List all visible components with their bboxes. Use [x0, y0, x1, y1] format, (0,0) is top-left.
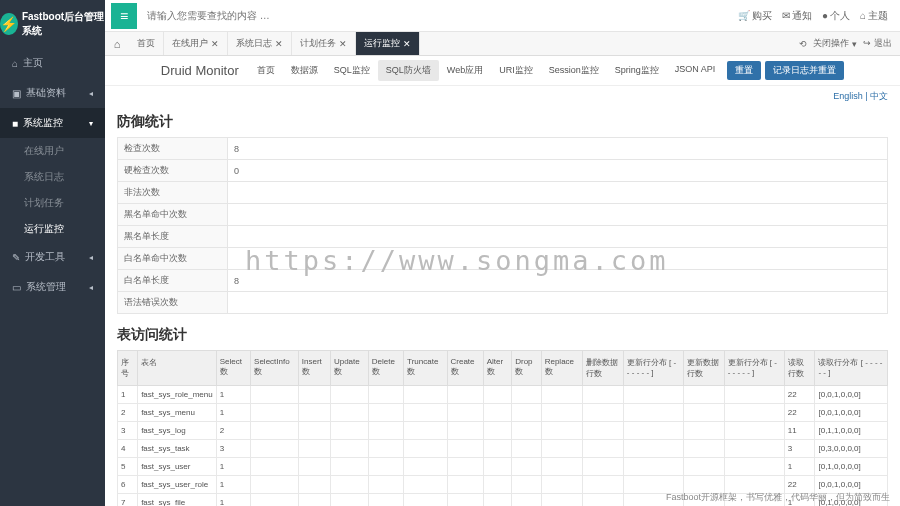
table-row: 5fast_sys_user11[0,1,0,0,0,0] — [118, 458, 888, 476]
cell — [483, 440, 512, 458]
lang-cn-link[interactable]: 中文 — [870, 91, 888, 101]
defense-key: 黑名单长度 — [118, 226, 228, 248]
druid-link-Web应用[interactable]: Web应用 — [439, 60, 491, 81]
search-input[interactable] — [143, 6, 738, 25]
sidebar-item-系统监控[interactable]: ■系统监控▾ — [0, 108, 105, 138]
cell — [512, 386, 541, 404]
druid-link-Spring监控[interactable]: Spring监控 — [607, 60, 667, 81]
cell — [623, 404, 683, 422]
cell — [368, 404, 403, 422]
cell — [330, 458, 368, 476]
col-header[interactable]: Delete数 — [368, 351, 403, 386]
defense-val — [228, 292, 888, 314]
defense-row: 硬检查次数0 — [118, 160, 888, 182]
cell: fast_sys_user_role — [138, 476, 217, 494]
col-header[interactable]: Create数 — [447, 351, 483, 386]
col-header[interactable]: 读取行分布 [ - - - - - - ] — [815, 351, 888, 386]
col-header[interactable]: Replace数 — [541, 351, 582, 386]
exit-link[interactable]: ↪ 退出 — [863, 37, 892, 50]
sidebar-item-系统管理[interactable]: ▭系统管理◂ — [0, 272, 105, 302]
sidebar-item-主页[interactable]: ⌂主页 — [0, 48, 105, 78]
sidebar-sub-计划任务[interactable]: 计划任务 — [0, 190, 105, 216]
cell: fast_sys_role_menu — [138, 386, 217, 404]
cell — [541, 386, 582, 404]
cell — [404, 386, 447, 404]
cell — [683, 404, 724, 422]
cell: 1 — [784, 458, 815, 476]
sidebar-item-开发工具[interactable]: ✎开发工具◂ — [0, 242, 105, 272]
tab-首页[interactable]: 首页 — [129, 32, 164, 55]
table-row: 4fast_sys_task33[0,3,0,0,0,0] — [118, 440, 888, 458]
log-reset-button[interactable]: 记录日志并重置 — [765, 61, 844, 80]
menu-toggle-button[interactable]: ≡ — [111, 3, 137, 29]
col-header[interactable]: SelectInfo数 — [251, 351, 299, 386]
cell — [251, 422, 299, 440]
access-table: 序号表名Select数SelectInfo数Insert数Update数Dele… — [117, 350, 888, 506]
close-icon[interactable]: ✕ — [211, 39, 219, 49]
col-header[interactable]: Update数 — [330, 351, 368, 386]
col-header[interactable]: 读取行数 — [784, 351, 815, 386]
druid-link-数据源[interactable]: 数据源 — [283, 60, 326, 81]
close-ops-dropdown[interactable]: 关闭操作▾ — [813, 37, 857, 50]
col-header[interactable]: Alter数 — [483, 351, 512, 386]
druid-link-SQL监控[interactable]: SQL监控 — [326, 60, 378, 81]
cell: 6 — [118, 476, 138, 494]
cell — [512, 440, 541, 458]
defense-table: 检查次数8硬检查次数0非法次数黑名单命中次数黑名单长度白名单命中次数白名单长度8… — [117, 137, 888, 314]
cell — [541, 404, 582, 422]
cell — [447, 494, 483, 507]
table-row: 1fast_sys_role_menu122[0,0,1,0,0,0] — [118, 386, 888, 404]
cell: [0,0,1,0,0,0] — [815, 386, 888, 404]
sidebar-sub-运行监控[interactable]: 运行监控 — [0, 216, 105, 242]
col-header[interactable]: 删除数据行数 — [583, 351, 624, 386]
tab-运行监控[interactable]: 运行监控✕ — [356, 32, 420, 55]
cell — [447, 422, 483, 440]
tab-计划任务[interactable]: 计划任务✕ — [292, 32, 356, 55]
user-link[interactable]: ● 个人 — [822, 9, 850, 23]
col-header[interactable]: Truncate数 — [404, 351, 447, 386]
defense-row: 黑名单长度 — [118, 226, 888, 248]
druid-link-首页[interactable]: 首页 — [249, 60, 283, 81]
refresh-icon[interactable]: ⟲ — [799, 39, 807, 49]
col-header[interactable]: Drop数 — [512, 351, 541, 386]
cell — [583, 386, 624, 404]
druid-link-SQL防火墙[interactable]: SQL防火墙 — [378, 60, 439, 81]
buy-link[interactable]: 🛒 购买 — [738, 9, 772, 23]
sidebar-sub-系统日志[interactable]: 系统日志 — [0, 164, 105, 190]
sidebar-sub-在线用户[interactable]: 在线用户 — [0, 138, 105, 164]
cell — [251, 440, 299, 458]
cell — [447, 458, 483, 476]
notify-link[interactable]: ✉ 通知 — [782, 9, 812, 23]
close-icon[interactable]: ✕ — [339, 39, 347, 49]
table-access-title: 表访问统计 — [117, 326, 888, 344]
defense-title: 防御统计 — [117, 113, 888, 131]
table-row: 3fast_sys_log211[0,1,1,0,0,0] — [118, 422, 888, 440]
sidebar-item-基础资料[interactable]: ▣基础资料◂ — [0, 78, 105, 108]
theme-link[interactable]: ⌂ 主题 — [860, 9, 888, 23]
col-header[interactable]: 更新行分布 [ - - - - - - ] — [623, 351, 683, 386]
tab-home-icon[interactable]: ⌂ — [105, 38, 129, 50]
druid-link-Session监控[interactable]: Session监控 — [541, 60, 607, 81]
col-header[interactable]: 表名 — [138, 351, 217, 386]
druid-link-JSON API[interactable]: JSON API — [667, 60, 724, 81]
cell — [483, 494, 512, 507]
col-header[interactable]: 序号 — [118, 351, 138, 386]
tab-在线用户[interactable]: 在线用户✕ — [164, 32, 228, 55]
cell: 7 — [118, 494, 138, 507]
close-icon[interactable]: ✕ — [275, 39, 283, 49]
col-header[interactable]: 更新数据行数 — [683, 351, 724, 386]
cell — [541, 494, 582, 507]
col-header[interactable]: Insert数 — [298, 351, 330, 386]
cell: 1 — [118, 386, 138, 404]
col-header[interactable]: Select数 — [216, 351, 250, 386]
close-icon[interactable]: ✕ — [403, 39, 411, 49]
druid-link-URI监控[interactable]: URI监控 — [491, 60, 541, 81]
lang-en-link[interactable]: English — [833, 91, 863, 101]
tab-系统日志[interactable]: 系统日志✕ — [228, 32, 292, 55]
cell — [512, 422, 541, 440]
col-header[interactable]: 更新行分布 [ - - - - - - ] — [724, 351, 784, 386]
defense-row: 黑名单命中次数 — [118, 204, 888, 226]
reset-button[interactable]: 重置 — [727, 61, 761, 80]
tabs-bar: ⌂ 首页在线用户✕系统日志✕计划任务✕运行监控✕ ⟲ 关闭操作▾ ↪ 退出 — [105, 32, 900, 56]
cell: fast_sys_log — [138, 422, 217, 440]
